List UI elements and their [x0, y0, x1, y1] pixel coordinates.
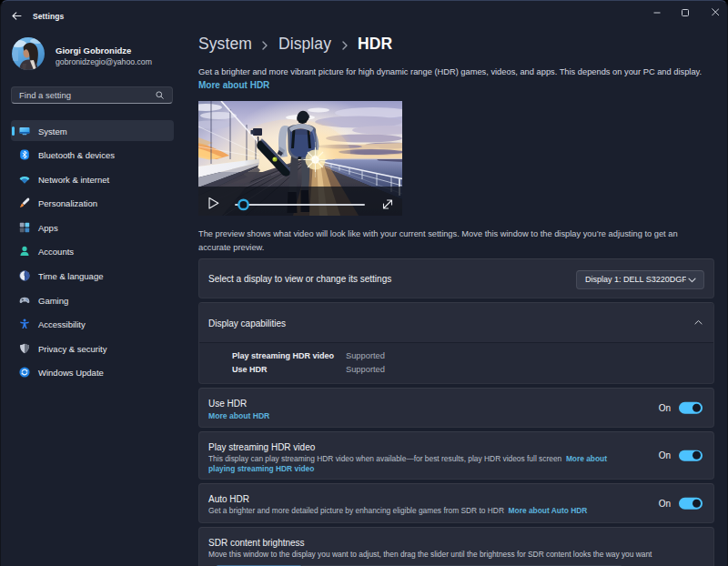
card-sdr-brightness: SDR content brightness Move this window … [198, 527, 714, 566]
use-hdr-toggle[interactable] [679, 402, 703, 414]
breadcrumb-system[interactable]: System [198, 35, 252, 54]
hdr-video-preview[interactable] [198, 101, 402, 216]
sidebar-item-bluetooth-devices[interactable]: Bluetooth & devices [11, 145, 174, 166]
capability-value: Supported [346, 351, 385, 362]
search-input[interactable]: Find a setting [11, 86, 173, 104]
sidebar-item-time-language[interactable]: Time & language [11, 266, 174, 287]
capability-value: Supported [346, 365, 385, 376]
capability-label: Use HDR [232, 365, 346, 376]
maximize-button[interactable] [671, 1, 699, 24]
sidebar-item-label: Privacy & security [38, 343, 107, 353]
time-language-icon [19, 270, 30, 281]
minimize-icon [653, 9, 661, 16]
play-streaming-description: This display can play streaming HDR vide… [208, 454, 620, 474]
close-icon [712, 8, 720, 16]
display-capabilities-title: Display capabilities [208, 318, 286, 328]
capability-row: Use HDR Supported [232, 365, 385, 376]
user-name: Giorgi Gobronidze [56, 45, 131, 56]
play-streaming-toggle-label: On [659, 450, 671, 460]
auto-hdr-more-link[interactable]: More about Auto HDR [509, 506, 588, 515]
sidebar-item-windows-update[interactable]: Windows Update [11, 362, 174, 383]
toggle-knob [693, 499, 701, 507]
sidebar-item-apps[interactable]: Apps [11, 217, 174, 238]
sidebar-nav: SystemBluetooth & devicesNetwork & inter… [11, 120, 174, 387]
toggle-knob [693, 451, 701, 460]
sidebar-item-gaming[interactable]: Gaming [11, 289, 174, 310]
avatar-photo [12, 37, 45, 70]
breadcrumb-display[interactable]: Display [278, 35, 331, 54]
capability-label: Play streaming HDR video [232, 351, 346, 362]
sidebar-item-label: Apps [38, 222, 58, 232]
sidebar-item-label: Time & language [38, 271, 103, 281]
sidebar-item-label: Accounts [38, 247, 74, 257]
search-icon [156, 91, 164, 99]
toggle-knob [693, 403, 701, 411]
card-auto-hdr: Auto HDR Get a brighter and more detaile… [198, 483, 714, 523]
use-hdr-more-link[interactable]: More about HDR [208, 411, 269, 420]
display-dropdown-value: Display 1: DELL S3220DGF [585, 275, 686, 284]
avatar[interactable] [12, 37, 45, 70]
sidebar-item-privacy-security[interactable]: Privacy & security [11, 338, 174, 359]
sdr-brightness-title: SDR content brightness [208, 538, 305, 548]
auto-hdr-title: Auto HDR [208, 494, 249, 504]
sidebar-item-personalization[interactable]: Personalization [11, 193, 174, 214]
chevron-right-icon [261, 40, 268, 51]
display-capabilities-header[interactable]: Display capabilities [199, 303, 713, 343]
maximize-icon [682, 9, 689, 16]
chevron-right-icon [341, 40, 349, 51]
capability-row: Play streaming HDR video Supported [232, 351, 385, 362]
sidebar-item-label: Network & internet [38, 174, 109, 184]
personalization-icon [19, 197, 30, 208]
card-play-streaming-hdr: Play streaming HDR video This display ca… [198, 431, 714, 480]
select-display-label: Select a display to view or change its s… [208, 274, 391, 284]
use-hdr-toggle-label: On [659, 403, 671, 413]
minimize-button[interactable] [642, 1, 671, 24]
accounts-icon [19, 246, 30, 257]
gaming-icon [19, 295, 30, 306]
more-about-hdr-link[interactable]: More about HDR [198, 80, 269, 90]
auto-hdr-description: Get a brighter and more detailed picture… [208, 506, 620, 516]
sidebar-item-label: Accessibility [38, 319, 86, 329]
auto-hdr-toggle[interactable] [679, 498, 703, 510]
close-button[interactable] [701, 1, 728, 24]
sidebar-item-system[interactable]: System [11, 120, 174, 141]
breadcrumb: System Display HDR [198, 35, 392, 54]
sidebar: Giorgi Gobronidze gobronidzegio@yahoo.co… [1, 28, 192, 566]
window-title: Settings [33, 12, 64, 21]
privacy-icon [19, 343, 30, 354]
sidebar-item-label: System [38, 126, 67, 136]
sidebar-item-label: Windows Update [38, 368, 104, 378]
search-placeholder: Find a setting [19, 90, 156, 100]
preview-note: The preview shows what video will look l… [198, 227, 704, 254]
card-select-display: Select a display to view or change its s… [198, 258, 714, 298]
sidebar-item-network-internet[interactable]: Network & internet [11, 168, 174, 189]
system-icon [19, 126, 30, 136]
sidebar-item-label: Personalization [38, 198, 97, 208]
back-button[interactable] [10, 9, 24, 23]
use-hdr-title: Use HDR [208, 399, 247, 409]
video-frame [198, 101, 402, 216]
selected-indicator [12, 126, 14, 136]
accessibility-icon [19, 318, 30, 329]
sidebar-item-label: Gaming [38, 295, 68, 305]
back-arrow-icon [10, 9, 24, 23]
card-display-capabilities: Display capabilities Play streaming HDR … [198, 302, 714, 384]
auto-hdr-toggle-label: On [659, 499, 671, 509]
sidebar-item-accessibility[interactable]: Accessibility [11, 314, 174, 335]
windows-update-icon [19, 367, 30, 378]
settings-window: Settings [0, 0, 728, 566]
apps-icon [19, 222, 30, 233]
display-dropdown[interactable]: Display 1: DELL S3220DGF [576, 270, 704, 289]
sidebar-item-label: Bluetooth & devices [38, 150, 115, 160]
sdr-brightness-description: Move this window to the display you want… [208, 550, 700, 560]
play-streaming-toggle[interactable] [679, 450, 703, 461]
network-icon [19, 174, 30, 185]
user-email: gobronidzegio@yahoo.com [56, 57, 152, 66]
sidebar-item-accounts[interactable]: Accounts [11, 241, 174, 262]
page-description: Get a brighter and more vibrant picture … [198, 66, 714, 78]
titlebar: Settings [1, 1, 727, 28]
chevron-down-icon [688, 278, 696, 283]
play-streaming-title: Play streaming HDR video [208, 442, 315, 452]
breadcrumb-hdr: HDR [358, 35, 392, 54]
chevron-up-icon[interactable] [694, 319, 703, 326]
